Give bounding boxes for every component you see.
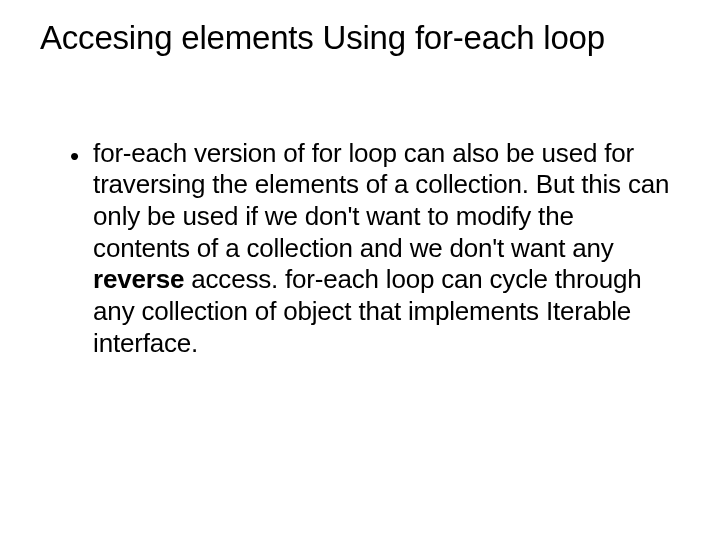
bullet-text: for-each version of for loop can also be…	[93, 138, 672, 360]
slide-body: • for-each version of for loop can also …	[48, 138, 672, 360]
slide-container: Accesing elements Using for-each loop • …	[0, 0, 720, 540]
bullet-item: • for-each version of for loop can also …	[70, 138, 672, 360]
bullet-marker: •	[70, 140, 79, 173]
body-text-bold: reverse	[93, 264, 184, 294]
slide-title: Accesing elements Using for-each loop	[40, 18, 672, 58]
body-text-part1: for-each version of for loop can also be…	[93, 138, 669, 263]
